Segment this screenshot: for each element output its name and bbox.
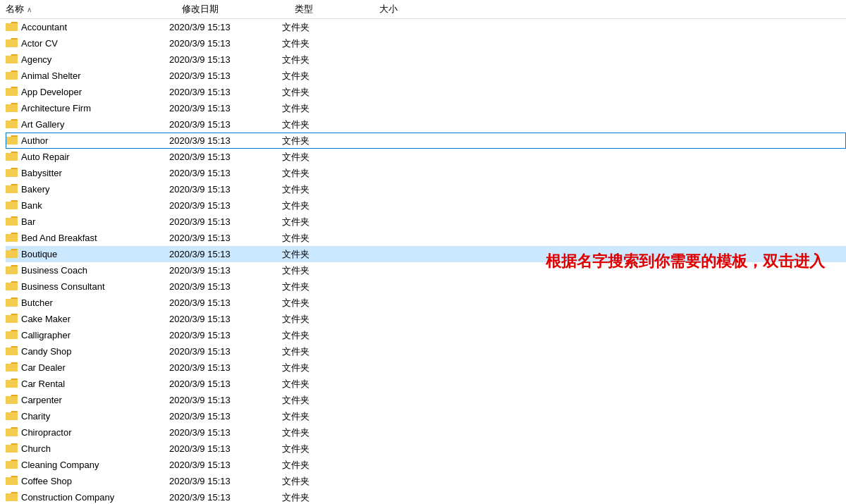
- folder-type: 文件夹: [282, 475, 367, 488]
- header-date-label: 修改日期: [182, 4, 219, 14]
- folder-icon: [6, 296, 18, 309]
- table-row[interactable]: Cake Maker2020/3/9 15:13文件夹: [6, 311, 846, 327]
- table-row[interactable]: Art Gallery2020/3/9 15:13文件夹: [6, 116, 846, 133]
- table-row[interactable]: Bakery2020/3/9 15:13文件夹: [6, 181, 846, 197]
- table-row[interactable]: Church2020/3/9 15:13文件夹: [6, 441, 846, 457]
- folder-name-label: Calligrapher: [21, 330, 70, 340]
- col-header-size[interactable]: 大小: [379, 3, 450, 16]
- folder-icon: [6, 166, 18, 180]
- folder-type: 文件夹: [282, 21, 367, 34]
- folder-date: 2020/3/9 15:13: [169, 362, 282, 373]
- folder-date: 2020/3/9 15:13: [169, 38, 282, 49]
- folder-type: 文件夹: [282, 345, 367, 358]
- table-row[interactable]: Car Rental2020/3/9 15:13文件夹: [6, 376, 846, 392]
- folder-date: 2020/3/9 15:13: [169, 395, 282, 405]
- svg-rect-41: [6, 348, 18, 355]
- col-header-name[interactable]: 名称 ∧: [6, 3, 182, 16]
- svg-rect-13: [6, 121, 18, 128]
- folder-icon: [6, 377, 18, 391]
- svg-rect-25: [6, 218, 18, 226]
- folder-date: 2020/3/9 15:13: [169, 103, 282, 113]
- svg-rect-51: [6, 429, 18, 436]
- table-row[interactable]: Charity2020/3/9 15:13文件夹: [6, 408, 846, 424]
- table-row[interactable]: App Developer2020/3/9 15:13文件夹: [6, 84, 846, 100]
- folder-type: 文件夹: [282, 183, 367, 196]
- folder-icon: [6, 102, 18, 115]
- table-row[interactable]: Car Dealer2020/3/9 15:13文件夹: [6, 359, 846, 376]
- folder-name-label: Actor CV: [21, 38, 58, 49]
- folder-name-cell: Cleaning Company: [6, 458, 169, 472]
- folder-date: 2020/3/9 15:13: [169, 184, 282, 195]
- table-row[interactable]: Agency2020/3/9 15:13文件夹: [6, 51, 846, 68]
- table-row[interactable]: Bank2020/3/9 15:13文件夹: [6, 197, 846, 214]
- table-row[interactable]: Babysitter2020/3/9 15:13文件夹: [6, 165, 846, 181]
- folder-type: 文件夹: [282, 410, 367, 423]
- svg-rect-5: [6, 56, 18, 63]
- folder-date: 2020/3/9 15:13: [169, 119, 282, 130]
- folder-icon: [6, 361, 18, 374]
- folder-icon: [6, 20, 18, 34]
- table-row[interactable]: Architecture Firm2020/3/9 15:13文件夹: [6, 100, 846, 116]
- table-row[interactable]: Business Consultant2020/3/9 15:13文件夹: [6, 278, 846, 295]
- file-list[interactable]: Accountant2020/3/9 15:13文件夹 Actor CV2020…: [0, 19, 846, 504]
- table-row[interactable]: Bed And Breakfast2020/3/9 15:13文件夹: [6, 230, 846, 246]
- table-row[interactable]: Boutique2020/3/9 15:13文件夹: [6, 246, 846, 262]
- table-row[interactable]: Actor CV2020/3/9 15:13文件夹: [6, 35, 846, 51]
- folder-name-label: Bed And Breakfast: [21, 233, 97, 243]
- table-row[interactable]: Auto Repair2020/3/9 15:13文件夹: [6, 149, 846, 165]
- folder-type: 文件夹: [282, 199, 367, 212]
- folder-date: 2020/3/9 15:13: [169, 346, 282, 357]
- folder-date: 2020/3/9 15:13: [169, 249, 282, 259]
- folder-icon: [6, 69, 18, 82]
- col-header-date[interactable]: 修改日期: [182, 3, 295, 16]
- header-type-label: 类型: [295, 4, 313, 14]
- folder-name-label: Carpenter: [21, 395, 62, 405]
- svg-rect-15: [6, 137, 18, 145]
- folder-name-label: Architecture Firm: [21, 103, 91, 113]
- table-row[interactable]: Author2020/3/9 15:13文件夹: [6, 133, 846, 149]
- folder-date: 2020/3/9 15:13: [169, 135, 282, 146]
- folder-name-label: Business Consultant: [21, 281, 105, 292]
- folder-name-cell: Business Coach: [6, 264, 169, 277]
- main-content: Accountant2020/3/9 15:13文件夹 Actor CV2020…: [0, 19, 846, 504]
- svg-rect-17: [6, 153, 18, 161]
- folder-name-cell: Construction Company: [6, 491, 169, 504]
- folder-icon: [6, 393, 18, 407]
- svg-rect-43: [6, 364, 18, 371]
- table-row[interactable]: Calligrapher2020/3/9 15:13文件夹: [6, 327, 846, 343]
- svg-rect-9: [6, 88, 18, 96]
- table-row[interactable]: Cleaning Company2020/3/9 15:13文件夹: [6, 457, 846, 473]
- svg-rect-1: [6, 23, 18, 31]
- folder-name-label: Bakery: [21, 184, 49, 195]
- folder-date: 2020/3/9 15:13: [169, 168, 282, 178]
- table-row[interactable]: Carpenter2020/3/9 15:13文件夹: [6, 392, 846, 408]
- folder-type: 文件夹: [282, 102, 367, 115]
- table-row[interactable]: Animal Shelter2020/3/9 15:13文件夹: [6, 68, 846, 84]
- table-row[interactable]: Accountant2020/3/9 15:13文件夹: [6, 19, 846, 35]
- folder-date: 2020/3/9 15:13: [169, 265, 282, 276]
- table-row[interactable]: Bar2020/3/9 15:13文件夹: [6, 214, 846, 230]
- table-row[interactable]: Business Coach2020/3/9 15:13文件夹: [6, 262, 846, 278]
- folder-date: 2020/3/9 15:13: [169, 411, 282, 422]
- folder-type: 文件夹: [282, 167, 367, 180]
- folder-date: 2020/3/9 15:13: [169, 233, 282, 243]
- folder-icon: [6, 53, 18, 66]
- folder-type: 文件夹: [282, 281, 367, 293]
- col-header-type[interactable]: 类型: [295, 3, 379, 16]
- table-row[interactable]: Candy Shop2020/3/9 15:13文件夹: [6, 343, 846, 359]
- folder-type: 文件夹: [282, 443, 367, 455]
- table-row[interactable]: Chiropractor2020/3/9 15:13文件夹: [6, 424, 846, 441]
- folder-name-cell: Cake Maker: [6, 312, 169, 326]
- svg-rect-31: [6, 266, 18, 274]
- table-row[interactable]: Butcher2020/3/9 15:13文件夹: [6, 295, 846, 311]
- folder-icon: [6, 247, 18, 261]
- folder-type: 文件夹: [282, 232, 367, 245]
- folder-name-label: Car Dealer: [21, 362, 66, 373]
- folder-type: 文件夹: [282, 216, 367, 228]
- folder-date: 2020/3/9 15:13: [169, 281, 282, 292]
- folder-name-cell: Bar: [6, 215, 169, 228]
- table-row[interactable]: Construction Company2020/3/9 15:13文件夹: [6, 489, 846, 504]
- table-row[interactable]: Coffee Shop2020/3/9 15:13文件夹: [6, 473, 846, 489]
- svg-rect-27: [6, 234, 18, 242]
- svg-rect-59: [6, 493, 18, 501]
